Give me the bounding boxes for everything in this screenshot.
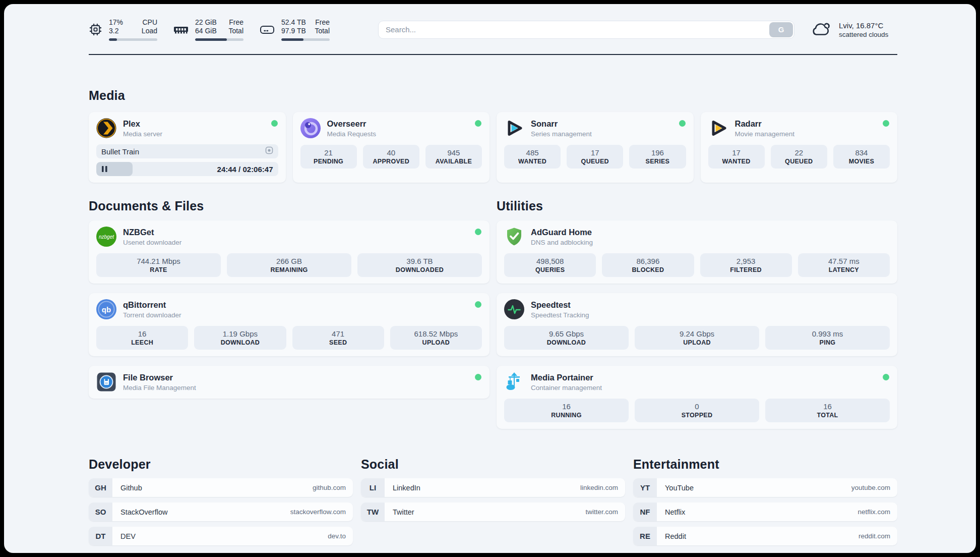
section-title-media: Media [89, 88, 897, 103]
status-dot [883, 374, 889, 380]
link-url: netflix.com [858, 508, 890, 516]
stat-value: 86,396 [636, 257, 659, 265]
app-stats-row: 9.65 GbpsDOWNLOAD9.24 GbpsUPLOAD0.993 ms… [504, 326, 890, 350]
link-row-dev[interactable]: DTDEVdev.to [89, 527, 353, 545]
stat-box: 16TOTAL [765, 399, 890, 422]
link-name: Reddit [665, 532, 686, 540]
stat-box: 39.6 TBDOWNLOADED [357, 253, 482, 277]
stat-value: 498,508 [536, 257, 564, 265]
app-title: Plex [123, 119, 162, 129]
weather-condition: scattered clouds [839, 31, 888, 38]
link-abbreviation: NF [633, 503, 657, 521]
link-name: Netflix [665, 508, 685, 516]
stat-label: PENDING [314, 158, 343, 165]
link-name: LinkedIn [393, 484, 420, 492]
system-stat: 22 GiBFree64 GiBTotal [173, 18, 243, 41]
search-input[interactable] [378, 21, 794, 39]
utilities-column: Utilities AdGuard HomeDNS and adblocking… [497, 199, 897, 429]
link-name: DEV [120, 532, 136, 540]
pause-icon[interactable] [102, 166, 107, 172]
links-grid: DeveloperGHGithubgithub.comSOStackOverfl… [89, 457, 897, 551]
plex-icon [96, 118, 116, 138]
section-title-social: Social [361, 457, 625, 472]
documents-column: Documents & Files nzbgetNZBGetUsenet dow… [89, 199, 489, 399]
stat-label: UPLOAD [683, 339, 711, 346]
link-abbreviation: YT [633, 478, 657, 497]
stat-label: RATE [150, 266, 167, 273]
link-row-twitter[interactable]: TWTwittertwitter.com [361, 503, 625, 521]
link-row-linkedin[interactable]: LILinkedInlinkedin.com [361, 478, 625, 497]
link-row-reddit[interactable]: RERedditreddit.com [633, 527, 897, 545]
app-card-header: SpeedtestSpeedtest Tracking [504, 299, 890, 319]
stat-box: 744.21 MbpsRATE [96, 253, 221, 277]
stat-label: UPLOAD [422, 339, 450, 346]
speedtest-icon [504, 299, 524, 319]
stat-box: 485WANTED [504, 145, 561, 169]
app-card-adguard[interactable]: AdGuard HomeDNS and adblocking498,508QUE… [497, 220, 897, 284]
stat-value: 471 [332, 329, 344, 338]
system-stat: 17%CPU3.2Load [89, 18, 157, 41]
link-url: stackoverflow.com [290, 508, 346, 516]
app-card-portainer[interactable]: Media PortainerContainer management16RUN… [497, 366, 897, 429]
stat-value: 16 [562, 402, 571, 411]
stat-box: 22QUEUED [771, 145, 827, 169]
status-dot [679, 120, 686, 127]
stat-value: 9.65 Gbps [549, 329, 584, 338]
stat-value: 2,953 [737, 257, 756, 265]
link-row-netflix[interactable]: NFNetflixnetflix.com [633, 503, 897, 521]
link-row-github[interactable]: GHGithubgithub.com [89, 478, 353, 497]
stat-value: 16 [823, 402, 832, 411]
app-stats-row: 17WANTED22QUEUED834MOVIES [708, 145, 890, 169]
app-card-header: OverseerrMedia Requests [300, 118, 482, 138]
stat-value: 22 [794, 148, 803, 157]
stat-value: 3.2 [109, 27, 135, 35]
cloud-icon [810, 20, 833, 40]
app-card-overseerr[interactable]: OverseerrMedia Requests21PENDING40APPROV… [293, 112, 490, 183]
link-url: linkedin.com [580, 484, 618, 491]
media-grid: PlexMedia serverBullet Train24:44 / 02:0… [89, 112, 897, 183]
app-card-header: nzbgetNZBGetUsenet downloader [96, 227, 482, 247]
app-title: qBittorrent [123, 300, 181, 310]
link-name: YouTube [665, 484, 694, 492]
app-card-nzbget[interactable]: nzbgetNZBGetUsenet downloader744.21 Mbps… [89, 220, 489, 284]
top-bar: 17%CPU3.2Load22 GiBFree64 GiBTotal52.4 T… [89, 4, 897, 41]
stat-value: 1.19 Gbps [223, 329, 258, 338]
qbittorrent-icon: qb [96, 299, 116, 319]
app-stats-row: 21PENDING40APPROVED945AVAILABLE [300, 145, 482, 169]
stat-value: 39.6 TB [406, 257, 433, 265]
app-card-speedtest[interactable]: SpeedtestSpeedtest Tracking9.65 GbpsDOWN… [497, 293, 897, 356]
now-playing-title-row: Bullet Train [96, 144, 278, 158]
app-subtitle: DNS and adblocking [531, 239, 593, 246]
stat-box: 2,953FILTERED [700, 253, 792, 277]
app-subtitle: Torrent downloader [123, 311, 181, 319]
app-title: Sonarr [531, 119, 592, 129]
stat-value: 618.52 Mbps [414, 329, 458, 338]
stat-label: WANTED [518, 158, 546, 165]
stat-label: BLOCKED [632, 266, 664, 273]
app-card-header: PlexMedia server [96, 118, 278, 138]
stat-label: RUNNING [551, 412, 581, 419]
app-card-sonarr[interactable]: SonarrSeries management485WANTED17QUEUED… [497, 112, 694, 183]
link-abbreviation: DT [89, 527, 112, 545]
app-card-plex[interactable]: PlexMedia serverBullet Train24:44 / 02:0… [89, 112, 286, 183]
search-engine-button[interactable]: G [769, 22, 793, 37]
app-card-header: qbqBittorrentTorrent downloader [96, 299, 482, 319]
record-icon[interactable] [265, 146, 273, 156]
stat-label: APPROVED [373, 158, 409, 165]
links-column-developer: DeveloperGHGithubgithub.comSOStackOverfl… [89, 457, 353, 551]
playback-time: 24:44 / 02:06:47 [217, 165, 273, 174]
dashboard-page: 17%CPU3.2Load22 GiBFree64 GiBTotal52.4 T… [4, 4, 976, 553]
status-dot [475, 374, 481, 380]
stat-box: 9.24 GbpsUPLOAD [635, 326, 759, 350]
link-row-stackoverflow[interactable]: SOStackOverflowstackoverflow.com [89, 503, 353, 521]
stat-value: 64 GiB [195, 27, 221, 35]
link-url: dev.to [328, 532, 346, 540]
app-card-filebrowser[interactable]: File BrowserMedia File Management [89, 366, 489, 399]
app-card-radarr[interactable]: RadarrMovie management17WANTED22QUEUED83… [701, 112, 898, 183]
link-row-youtube[interactable]: YTYouTubeyoutube.com [633, 478, 897, 497]
app-card-header: Media PortainerContainer management [504, 372, 890, 392]
app-card-qbittorrent[interactable]: qbqBittorrentTorrent downloader16LEECH1.… [89, 293, 489, 356]
app-stats-row: 744.21 MbpsRATE266 GBREMAINING39.6 TBDOW… [96, 253, 482, 277]
weather-widget: Lviv, 16.87°C scattered clouds [810, 20, 897, 40]
stat-value: 834 [855, 148, 868, 157]
